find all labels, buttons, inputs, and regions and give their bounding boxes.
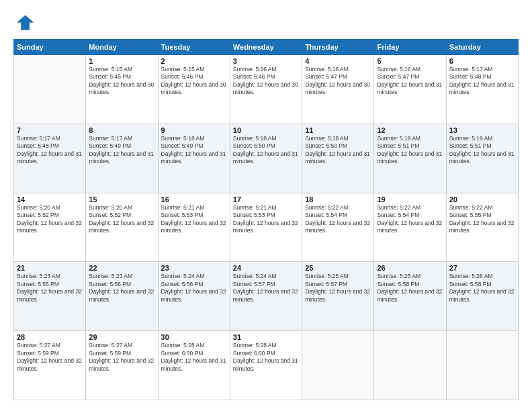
table-row: 8Sunrise: 5:17 AMSunset: 5:49 PMDaylight… [86,124,158,193]
day-number: 5 [377,57,443,65]
col-header-wednesday: Wednesday [230,40,302,55]
cell-info: Sunrise: 5:15 AMSunset: 5:45 PMDaylight:… [89,66,154,97]
cell-info: Sunrise: 5:22 AMSunset: 5:55 PMDaylight:… [449,204,515,235]
day-number: 14 [17,195,83,203]
day-number: 6 [449,57,515,65]
day-number: 7 [17,126,83,134]
day-number: 11 [305,126,371,134]
cell-info: Sunrise: 5:26 AMSunset: 5:58 PMDaylight:… [449,273,515,304]
day-number: 15 [89,195,154,203]
day-number: 29 [89,333,154,341]
day-number: 4 [305,57,371,65]
cell-info: Sunrise: 5:27 AMSunset: 5:59 PMDaylight:… [89,342,154,373]
day-number: 20 [449,195,515,203]
cell-info: Sunrise: 5:17 AMSunset: 5:49 PMDaylight:… [89,135,154,166]
table-row: 12Sunrise: 5:19 AMSunset: 5:51 PMDayligh… [374,124,446,193]
cell-info: Sunrise: 5:24 AMSunset: 5:56 PMDaylight:… [161,273,227,304]
header [13,11,519,32]
day-number: 23 [161,264,227,272]
col-header-sunday: Sunday [14,40,86,55]
page: SundayMondayTuesdayWednesdayThursdayFrid… [0,0,532,411]
cell-info: Sunrise: 5:19 AMSunset: 5:51 PMDaylight:… [377,135,443,166]
table-row: 10Sunrise: 5:18 AMSunset: 5:50 PMDayligh… [230,124,302,193]
col-header-friday: Friday [374,40,446,55]
cell-info: Sunrise: 5:25 AMSunset: 5:57 PMDaylight:… [305,273,371,304]
day-number: 28 [17,333,83,341]
table-row: 20Sunrise: 5:22 AMSunset: 5:55 PMDayligh… [446,193,518,262]
table-row: 7Sunrise: 5:17 AMSunset: 5:48 PMDaylight… [14,124,86,193]
cell-info: Sunrise: 5:22 AMSunset: 5:54 PMDaylight:… [305,204,371,235]
col-header-thursday: Thursday [302,40,374,55]
cell-info: Sunrise: 5:17 AMSunset: 5:48 PMDaylight:… [17,135,83,166]
table-row: 29Sunrise: 5:27 AMSunset: 5:59 PMDayligh… [86,331,158,400]
table-row: 15Sunrise: 5:20 AMSunset: 5:52 PMDayligh… [86,193,158,262]
cell-info: Sunrise: 5:20 AMSunset: 5:52 PMDaylight:… [17,204,83,235]
table-row: 14Sunrise: 5:20 AMSunset: 5:52 PMDayligh… [14,193,86,262]
table-row: 22Sunrise: 5:23 AMSunset: 5:56 PMDayligh… [86,262,158,331]
table-row: 31Sunrise: 5:28 AMSunset: 6:00 PMDayligh… [230,331,302,400]
day-number: 19 [377,195,443,203]
logo [13,11,38,32]
table-row: 4Sunrise: 5:16 AMSunset: 5:47 PMDaylight… [302,55,374,124]
cell-info: Sunrise: 5:20 AMSunset: 5:52 PMDaylight:… [89,204,154,235]
table-row: 11Sunrise: 5:18 AMSunset: 5:50 PMDayligh… [302,124,374,193]
calendar-table: SundayMondayTuesdayWednesdayThursdayFrid… [13,39,519,400]
table-row: 6Sunrise: 5:17 AMSunset: 5:48 PMDaylight… [446,55,518,124]
day-number: 10 [233,126,299,134]
table-row: 13Sunrise: 5:19 AMSunset: 5:51 PMDayligh… [446,124,518,193]
cell-info: Sunrise: 5:19 AMSunset: 5:51 PMDaylight:… [449,135,515,166]
svg-marker-0 [17,15,34,30]
table-row: 1Sunrise: 5:15 AMSunset: 5:45 PMDaylight… [86,55,158,124]
day-number: 17 [233,195,299,203]
table-row: 19Sunrise: 5:22 AMSunset: 5:54 PMDayligh… [374,193,446,262]
table-row: 23Sunrise: 5:24 AMSunset: 5:56 PMDayligh… [158,262,230,331]
table-row [446,331,518,400]
table-row: 27Sunrise: 5:26 AMSunset: 5:58 PMDayligh… [446,262,518,331]
day-number: 12 [377,126,443,134]
day-number: 22 [89,264,154,272]
day-number: 18 [305,195,371,203]
cell-info: Sunrise: 5:24 AMSunset: 5:57 PMDaylight:… [233,273,299,304]
day-number: 1 [89,57,154,65]
cell-info: Sunrise: 5:18 AMSunset: 5:50 PMDaylight:… [233,135,299,166]
calendar-week-4: 21Sunrise: 5:23 AMSunset: 5:55 PMDayligh… [14,262,519,331]
table-row: 30Sunrise: 5:28 AMSunset: 6:00 PMDayligh… [158,331,230,400]
col-header-tuesday: Tuesday [158,40,230,55]
day-number: 21 [17,264,83,272]
cell-info: Sunrise: 5:23 AMSunset: 5:55 PMDaylight:… [17,273,83,304]
day-number: 13 [449,126,515,134]
table-row: 16Sunrise: 5:21 AMSunset: 5:53 PMDayligh… [158,193,230,262]
cell-info: Sunrise: 5:21 AMSunset: 5:53 PMDaylight:… [233,204,299,235]
col-header-saturday: Saturday [446,40,518,55]
table-row [302,331,374,400]
cell-info: Sunrise: 5:18 AMSunset: 5:49 PMDaylight:… [161,135,227,166]
cell-info: Sunrise: 5:28 AMSunset: 6:00 PMDaylight:… [233,342,299,373]
cell-info: Sunrise: 5:23 AMSunset: 5:56 PMDaylight:… [89,273,154,304]
calendar-week-3: 14Sunrise: 5:20 AMSunset: 5:52 PMDayligh… [14,193,519,262]
cell-info: Sunrise: 5:16 AMSunset: 5:47 PMDaylight:… [377,66,443,97]
logo-icon [13,11,35,32]
day-number: 25 [305,264,371,272]
day-number: 9 [161,126,227,134]
table-row: 25Sunrise: 5:25 AMSunset: 5:57 PMDayligh… [302,262,374,331]
day-number: 24 [233,264,299,272]
table-row: 17Sunrise: 5:21 AMSunset: 5:53 PMDayligh… [230,193,302,262]
cell-info: Sunrise: 5:27 AMSunset: 5:59 PMDaylight:… [17,342,83,373]
table-row: 3Sunrise: 5:16 AMSunset: 5:46 PMDaylight… [230,55,302,124]
day-number: 3 [233,57,299,65]
cell-info: Sunrise: 5:18 AMSunset: 5:50 PMDaylight:… [305,135,371,166]
cell-info: Sunrise: 5:15 AMSunset: 5:46 PMDaylight:… [161,66,227,97]
day-number: 16 [161,195,227,203]
day-number: 8 [89,126,154,134]
day-number: 30 [161,333,227,341]
table-row: 2Sunrise: 5:15 AMSunset: 5:46 PMDaylight… [158,55,230,124]
day-number: 31 [233,333,299,341]
table-row [374,331,446,400]
day-number: 2 [161,57,227,65]
table-row: 28Sunrise: 5:27 AMSunset: 5:59 PMDayligh… [14,331,86,400]
cell-info: Sunrise: 5:16 AMSunset: 5:46 PMDaylight:… [233,66,299,97]
cell-info: Sunrise: 5:17 AMSunset: 5:48 PMDaylight:… [449,66,515,97]
col-header-monday: Monday [86,40,158,55]
table-row: 9Sunrise: 5:18 AMSunset: 5:49 PMDaylight… [158,124,230,193]
cell-info: Sunrise: 5:21 AMSunset: 5:53 PMDaylight:… [161,204,227,235]
